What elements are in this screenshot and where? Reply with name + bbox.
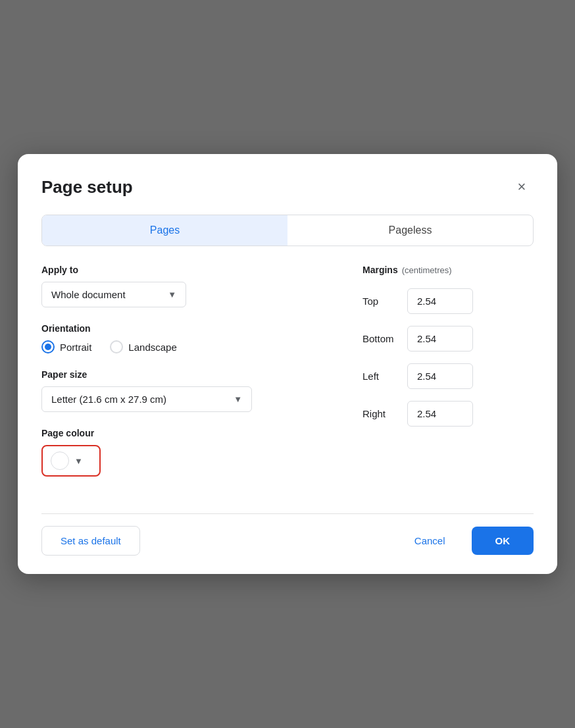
dialog-footer: Set as default Cancel OK (41, 513, 534, 556)
margin-right-label: Right (362, 408, 397, 419)
margins-header: Margins (centimetres) (362, 265, 534, 275)
colour-circle (51, 452, 69, 470)
portrait-option[interactable]: Portrait (41, 340, 91, 353)
paper-size-select[interactable]: Letter (21.6 cm x 27.9 cm) ▼ (41, 386, 252, 412)
page-setup-dialog: Page setup × Pages Pageless Apply to Who… (18, 154, 557, 574)
margins-title: Margins (362, 265, 398, 275)
footer-right: Cancel OK (396, 527, 534, 555)
landscape-label: Landscape (128, 342, 176, 353)
apply-to-select[interactable]: Whole document ▼ (41, 282, 186, 307)
margin-top-label: Top (362, 296, 397, 307)
margins-unit: (centimetres) (402, 265, 452, 275)
content-area: Apply to Whole document ▼ Orientation Po… (41, 265, 534, 492)
paper-size-value: Letter (21.6 cm x 27.9 cm) (51, 394, 234, 405)
margin-left-input[interactable] (407, 363, 473, 389)
landscape-option[interactable]: Landscape (110, 340, 176, 353)
margin-row-left: Left (362, 363, 534, 389)
apply-to-arrow: ▼ (168, 290, 176, 299)
landscape-radio[interactable] (110, 340, 123, 353)
left-column: Apply to Whole document ▼ Orientation Po… (41, 265, 336, 492)
colour-arrow: ▼ (74, 456, 83, 466)
margin-row-bottom: Bottom (362, 326, 534, 351)
paper-size-arrow: ▼ (234, 394, 242, 404)
tab-pages[interactable]: Pages (42, 215, 288, 246)
margin-row-top: Top (362, 288, 534, 314)
margin-right-input[interactable] (407, 401, 473, 427)
page-colour-group: Page colour ▼ (41, 428, 336, 477)
set-default-button[interactable]: Set as default (41, 526, 140, 556)
tab-pageless[interactable]: Pageless (288, 215, 533, 246)
orientation-label: Orientation (41, 323, 336, 334)
cancel-button[interactable]: Cancel (396, 527, 464, 555)
dialog-title: Page setup (41, 177, 133, 197)
portrait-label: Portrait (60, 342, 91, 353)
orientation-group: Orientation Portrait Landscape (41, 323, 336, 353)
tab-row: Pages Pageless (41, 215, 534, 246)
margin-bottom-input[interactable] (407, 326, 473, 351)
portrait-radio[interactable] (41, 340, 55, 353)
paper-size-group: Paper size Letter (21.6 cm x 27.9 cm) ▼ (41, 369, 336, 412)
page-colour-button[interactable]: ▼ (41, 445, 101, 477)
page-colour-label: Page colour (41, 428, 336, 438)
margin-bottom-label: Bottom (362, 333, 397, 344)
margin-top-input[interactable] (407, 288, 473, 314)
margin-left-label: Left (362, 371, 397, 382)
apply-to-label: Apply to (41, 265, 336, 275)
paper-size-label: Paper size (41, 369, 336, 380)
ok-button[interactable]: OK (472, 527, 534, 555)
dialog-header: Page setup × (41, 175, 534, 199)
close-button[interactable]: × (510, 175, 534, 199)
right-column: Margins (centimetres) Top Bottom Left Ri… (362, 265, 534, 492)
apply-to-value: Whole document (51, 289, 162, 300)
margin-row-right: Right (362, 401, 534, 427)
orientation-row: Portrait Landscape (41, 340, 336, 353)
